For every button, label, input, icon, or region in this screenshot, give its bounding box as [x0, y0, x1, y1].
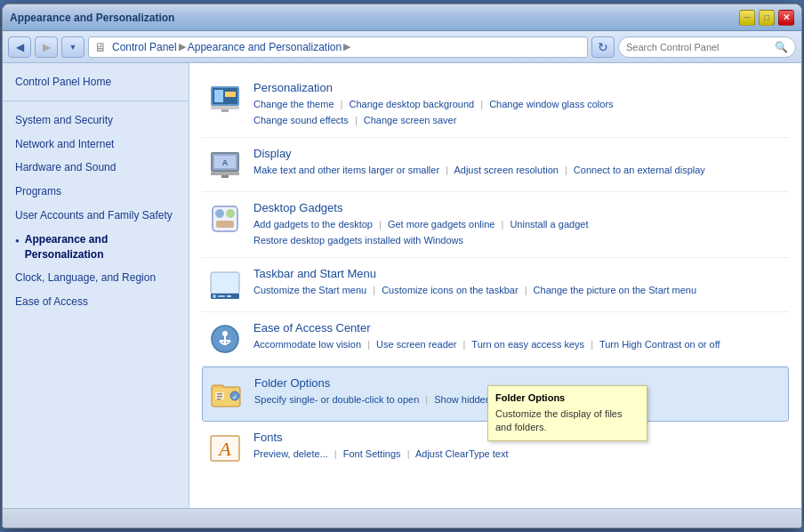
sidebar-item-appearance[interactable]: ● Appearance and Personalization — [3, 228, 189, 267]
sidebar-item-programs[interactable]: Programs — [3, 180, 189, 204]
fonts-links: Preview, delete... | Font Settings | Adj… — [253, 447, 784, 463]
window-title: Appearance and Personalization — [10, 12, 174, 24]
link-low-vision[interactable]: Accommodate low vision — [253, 339, 361, 350]
breadcrumb-bar: 🖥 Control Panel ▶ Appearance and Persona… — [88, 36, 588, 58]
sidebar-item-ease[interactable]: Ease of Access — [3, 290, 189, 314]
breadcrumb-appearance[interactable]: Appearance and Personalization — [188, 41, 342, 53]
display-title[interactable]: Display — [253, 147, 784, 160]
section-ease: Ease of Access Center Accommodate low vi… — [202, 312, 789, 367]
dropdown-button[interactable]: ▼ — [61, 36, 84, 58]
link-screen-resolution[interactable]: Adjust screen resolution — [454, 165, 558, 175]
personalization-icon — [207, 81, 243, 117]
sidebar-ease-label: Ease of Access — [15, 294, 88, 310]
sidebar-item-clock[interactable]: Clock, Language, and Region — [3, 266, 189, 290]
personalization-links2: Change sound effects | Change screen sav… — [253, 113, 784, 129]
back-button[interactable]: ◀ — [8, 36, 31, 58]
link-customize-icons[interactable]: Customize icons on the taskbar — [382, 285, 518, 295]
link-font-settings[interactable]: Font Settings — [343, 448, 401, 459]
link-external-display[interactable]: Connect to an external display — [574, 165, 705, 175]
svg-text:A: A — [222, 158, 229, 167]
svg-rect-19 — [218, 295, 225, 297]
sidebar-item-home[interactable]: Control Panel Home — [3, 70, 189, 94]
taskbar-title[interactable]: Taskbar and Start Menu — [253, 267, 784, 280]
display-links: Make text and other items larger or smal… — [253, 163, 784, 179]
breadcrumb-sep-2: ▶ — [343, 41, 350, 52]
ease-title[interactable]: Ease of Access Center — [253, 321, 784, 335]
link-restore-gadgets[interactable]: Restore desktop gadgets installed with W… — [253, 235, 463, 246]
display-icon: A — [207, 147, 243, 182]
svg-point-18 — [213, 294, 216, 298]
link-click-open[interactable]: Specify single- or double-click to open — [254, 394, 419, 405]
refresh-button[interactable]: ↻ — [591, 36, 615, 58]
folder-options-icon: ✓ — [208, 376, 244, 412]
link-change-picture[interactable]: Change the picture on the Start menu — [534, 285, 696, 295]
main-window: Appearance and Personalization ─ □ ✕ ◀ ▶… — [2, 4, 802, 528]
search-bar: 🔍 — [618, 36, 796, 58]
section-display: A Display Make text and other items larg… — [202, 138, 789, 192]
svg-rect-30 — [217, 396, 222, 398]
link-high-contrast[interactable]: Turn High Contrast on or off — [599, 339, 720, 350]
personalization-content: Personalization Change the theme | Chang… — [253, 81, 784, 128]
personalization-title[interactable]: Personalization — [253, 81, 784, 94]
breadcrumb-control-panel[interactable]: Control Panel — [112, 41, 177, 53]
svg-point-13 — [215, 209, 224, 218]
address-bar: ◀ ▶ ▼ 🖥 Control Panel ▶ Appearance and P… — [3, 31, 801, 63]
minimize-button[interactable]: ─ — [739, 10, 755, 26]
svg-rect-31 — [217, 399, 221, 400]
link-change-theme[interactable]: Change the theme — [253, 99, 334, 109]
sidebar-item-user-accounts[interactable]: User Accounts and Family Safety — [3, 204, 189, 228]
title-bar-buttons: ─ □ ✕ — [739, 10, 794, 26]
ease-links: Accommodate low vision | Use screen read… — [253, 337, 784, 353]
link-add-gadgets[interactable]: Add gadgets to the desktop — [253, 219, 373, 230]
section-gadgets: Desktop Gadgets Add gadgets to the deskt… — [202, 192, 789, 258]
svg-text:✓: ✓ — [232, 394, 237, 400]
active-bullet: ● — [15, 236, 20, 246]
sidebar-network-label: Network and Internet — [15, 137, 114, 152]
search-icon: 🔍 — [775, 41, 788, 53]
link-easy-keys[interactable]: Turn on easy access keys — [471, 339, 584, 350]
svg-rect-3 — [225, 92, 236, 97]
gadgets-icon — [207, 201, 243, 237]
ease-content: Ease of Access Center Accommodate low vi… — [253, 321, 784, 357]
sidebar: Control Panel Home System and Security N… — [3, 63, 189, 508]
svg-text:A: A — [217, 438, 231, 460]
breadcrumb-sep-1: ▶ — [179, 41, 186, 52]
tooltip-text: Customize the display of files and folde… — [495, 407, 639, 435]
link-preview-fonts[interactable]: Preview, delete... — [253, 448, 328, 459]
sidebar-appearance-label: Appearance and Personalization — [25, 232, 176, 262]
personalization-links: Change the theme | Change desktop backgr… — [253, 97, 784, 113]
svg-rect-15 — [216, 221, 234, 228]
folder-options-tooltip: Folder Options Customize the display of … — [487, 385, 647, 440]
link-change-desktop-bg[interactable]: Change desktop background — [350, 99, 475, 109]
link-cleartype[interactable]: Adjust ClearType text — [415, 448, 509, 459]
sidebar-item-hardware[interactable]: Hardware and Sound — [3, 156, 189, 180]
link-screen-reader[interactable]: Use screen reader — [376, 339, 457, 350]
svg-rect-10 — [221, 175, 229, 178]
gadgets-title[interactable]: Desktop Gadgets — [253, 201, 784, 214]
sidebar-item-network[interactable]: Network and Internet — [3, 133, 189, 157]
search-input[interactable] — [626, 42, 771, 52]
link-change-sound[interactable]: Change sound effects — [253, 115, 349, 125]
svg-rect-29 — [217, 393, 222, 395]
link-change-screensaver[interactable]: Change screen saver — [364, 115, 457, 125]
sidebar-hardware-label: Hardware and Sound — [15, 160, 116, 175]
forward-button[interactable]: ▶ — [35, 36, 58, 58]
close-button[interactable]: ✕ — [778, 10, 794, 26]
tooltip-title: Folder Options — [495, 391, 639, 405]
link-more-gadgets[interactable]: Get more gadgets online — [388, 219, 494, 230]
maximize-button[interactable]: □ — [759, 10, 775, 26]
gadgets-links2: Restore desktop gadgets installed with W… — [253, 233, 784, 249]
display-content: Display Make text and other items larger… — [253, 147, 784, 182]
link-change-glass-colors[interactable]: Change window glass colors — [489, 99, 613, 109]
link-text-size[interactable]: Make text and other items larger or smal… — [253, 165, 439, 175]
ease-icon — [207, 321, 243, 357]
link-customize-start[interactable]: Customize the Start menu — [253, 285, 366, 295]
taskbar-links: Customize the Start menu | Customize ico… — [253, 283, 784, 299]
sidebar-item-system[interactable]: System and Security — [3, 109, 189, 133]
svg-point-22 — [222, 331, 228, 336]
taskbar-content: Taskbar and Start Menu Customize the Sta… — [253, 267, 784, 302]
link-uninstall-gadget[interactable]: Uninstall a gadget — [510, 219, 588, 230]
section-personalization: Personalization Change the theme | Chang… — [202, 72, 789, 138]
svg-rect-5 — [221, 109, 229, 112]
svg-rect-9 — [211, 172, 239, 175]
